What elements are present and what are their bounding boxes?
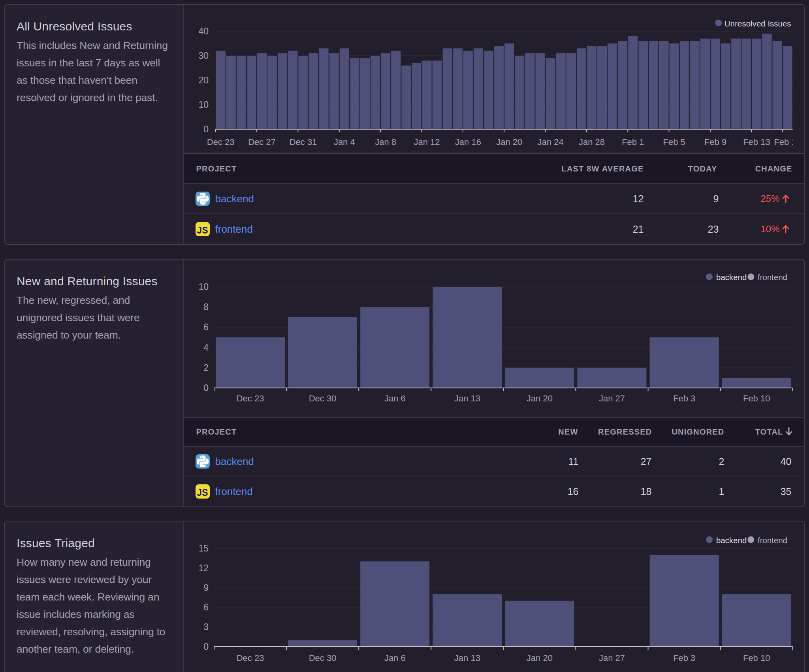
svg-text:0: 0 bbox=[203, 383, 209, 393]
svg-text:12: 12 bbox=[198, 563, 209, 573]
svg-text:20: 20 bbox=[198, 75, 209, 85]
svg-text:Jan 6: Jan 6 bbox=[384, 393, 405, 403]
svg-text:Jan 16: Jan 16 bbox=[455, 137, 481, 147]
svg-text:3: 3 bbox=[203, 622, 209, 632]
svg-text:Dec 30: Dec 30 bbox=[309, 393, 336, 403]
svg-text:40: 40 bbox=[198, 26, 209, 36]
svg-text:Jan 13: Jan 13 bbox=[454, 653, 480, 663]
svg-text:frontend: frontend bbox=[758, 273, 787, 282]
svg-text:Jan 24: Jan 24 bbox=[537, 137, 563, 147]
svg-text:Feb 10: Feb 10 bbox=[743, 653, 770, 663]
svg-text:Jan 27: Jan 27 bbox=[598, 393, 625, 403]
svg-text:Jan 27: Jan 27 bbox=[598, 653, 625, 663]
svg-text:Jan 6: Jan 6 bbox=[384, 653, 405, 663]
svg-text:Jan 8: Jan 8 bbox=[375, 137, 396, 147]
svg-text:30: 30 bbox=[198, 51, 209, 61]
svg-text:Feb 10: Feb 10 bbox=[743, 393, 770, 403]
svg-text:frontend: frontend bbox=[758, 536, 787, 545]
svg-text:9: 9 bbox=[203, 583, 209, 593]
svg-text:Dec 23: Dec 23 bbox=[236, 393, 264, 403]
svg-text:2: 2 bbox=[203, 363, 209, 373]
svg-text:Jan 28: Jan 28 bbox=[578, 137, 604, 147]
svg-text:Dec 27: Dec 27 bbox=[248, 137, 276, 147]
svg-text:Feb 5: Feb 5 bbox=[663, 137, 685, 147]
svg-text:6: 6 bbox=[203, 602, 209, 612]
svg-text:Unresolved Issues: Unresolved Issues bbox=[724, 19, 791, 28]
svg-text:Dec 31: Dec 31 bbox=[289, 137, 317, 147]
svg-text:Feb 9: Feb 9 bbox=[704, 137, 726, 147]
svg-text:Jan 20: Jan 20 bbox=[526, 393, 552, 403]
svg-text:15: 15 bbox=[198, 543, 209, 553]
svg-text:Jan 12: Jan 12 bbox=[414, 137, 440, 147]
svg-text:Dec 30: Dec 30 bbox=[309, 653, 336, 663]
svg-text:Dec 23: Dec 23 bbox=[207, 137, 234, 147]
svg-text:backend: backend bbox=[716, 536, 747, 545]
svg-text:6: 6 bbox=[203, 322, 209, 332]
svg-text:8: 8 bbox=[203, 302, 209, 312]
svg-text:JS: JS bbox=[197, 488, 208, 498]
svg-text:backend: backend bbox=[716, 273, 747, 282]
svg-text:10: 10 bbox=[198, 100, 209, 110]
svg-text:4: 4 bbox=[203, 343, 209, 353]
svg-text:Dec 23: Dec 23 bbox=[236, 653, 264, 663]
svg-text:0: 0 bbox=[203, 124, 209, 134]
svg-text:Feb 3: Feb 3 bbox=[673, 653, 695, 663]
svg-text:Jan 13: Jan 13 bbox=[454, 393, 480, 403]
svg-text:Feb 13: Feb 13 bbox=[743, 137, 770, 147]
svg-text:0: 0 bbox=[203, 642, 209, 652]
svg-text:Feb 3: Feb 3 bbox=[673, 393, 695, 403]
svg-text:Feb 16: Feb 16 bbox=[774, 137, 793, 147]
svg-text:Jan 4: Jan 4 bbox=[333, 137, 355, 147]
svg-text:JS: JS bbox=[197, 225, 208, 235]
svg-text:Jan 20: Jan 20 bbox=[526, 653, 552, 663]
svg-text:Jan 20: Jan 20 bbox=[496, 137, 522, 147]
svg-text:Feb 1: Feb 1 bbox=[622, 137, 644, 147]
svg-text:10: 10 bbox=[198, 282, 209, 292]
